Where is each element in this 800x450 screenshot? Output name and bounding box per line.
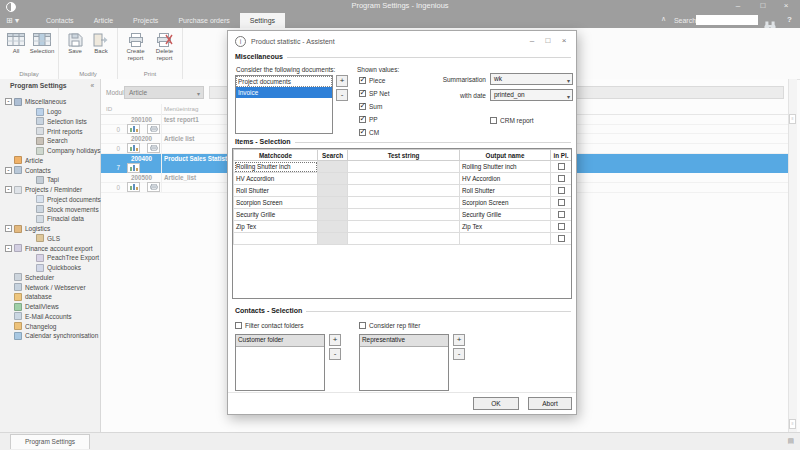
test-string-cell[interactable] — [348, 209, 460, 221]
vertical-scrollbar[interactable] — [788, 79, 797, 432]
search-cell[interactable] — [318, 197, 348, 209]
tree-expander-icon[interactable]: - — [5, 98, 12, 105]
search-cell[interactable] — [318, 221, 348, 233]
tab-projects[interactable]: Projects — [123, 13, 168, 28]
in-pl-checkbox[interactable] — [558, 175, 565, 182]
items-row[interactable]: Scorpion ScreenScorpion Screen — [234, 197, 572, 209]
tab-purchase-orders[interactable]: Purchase orders — [168, 13, 239, 28]
checkbox-sum[interactable] — [359, 103, 366, 110]
in-pl-checkbox[interactable] — [558, 223, 565, 230]
remove-representative-button[interactable]: - — [453, 348, 465, 360]
output-name-cell[interactable]: Rolling Shutter inch — [460, 161, 551, 173]
dialog-minimize-button[interactable]: – — [524, 34, 540, 48]
tree-expander-icon[interactable]: - — [5, 225, 12, 232]
sidebar-item-miscellaneous[interactable]: -Miscellaneous — [0, 97, 101, 107]
tree-expander-icon[interactable]: - — [5, 245, 12, 252]
app-menu-icon[interactable]: ⊞ ▾ — [6, 13, 19, 28]
matchcode-cell[interactable]: Zip Tex — [234, 221, 318, 233]
sidebar-item-finacial-data[interactable]: Finacial data — [0, 214, 101, 224]
output-name-cell[interactable]: Roll Shutter — [460, 185, 551, 197]
with-date-dropdown[interactable]: printed_on▾ — [490, 89, 573, 101]
create-report-button[interactable]: Create report — [121, 30, 150, 61]
search-cell[interactable] — [318, 161, 348, 173]
sidebar-item-project-documents[interactable]: Project documents — [0, 195, 101, 205]
sidebar-item-scheduler[interactable]: Scheduler — [0, 273, 101, 283]
checkbox-cm[interactable] — [359, 129, 366, 136]
matchcode-cell[interactable]: Roll Shutter — [234, 185, 318, 197]
output-name-cell[interactable]: HV Accordion — [460, 173, 551, 185]
checkbox-pp[interactable] — [359, 116, 366, 123]
summarisation-dropdown[interactable]: wk▾ — [490, 73, 573, 85]
add-folder-button[interactable]: + — [329, 334, 341, 346]
items-row[interactable] — [234, 233, 572, 245]
documents-listbox[interactable]: Project documentsInvoice — [235, 75, 333, 134]
sidebar-item-logistics[interactable]: -Logistics — [0, 224, 101, 234]
sidebar-item-contacts[interactable]: -Contacts — [0, 165, 101, 175]
items-row[interactable]: Security GrilleSecurity Grille — [234, 209, 572, 221]
test-string-cell[interactable] — [348, 197, 460, 209]
sidebar-item-stock-movements[interactable]: Stock movements — [0, 204, 101, 214]
print-icon[interactable] — [147, 124, 160, 134]
print-icon[interactable] — [147, 143, 160, 153]
checkbox-piece[interactable] — [359, 77, 366, 84]
in-pl-checkbox[interactable] — [558, 199, 565, 206]
sidebar-item-finance-account-export[interactable]: -Finance account export — [0, 243, 101, 253]
search-cell[interactable] — [318, 233, 348, 245]
sidebar-item-database[interactable]: database — [0, 292, 101, 302]
report-chart-icon[interactable] — [127, 182, 140, 192]
in-pl-checkbox[interactable] — [558, 235, 565, 242]
items-row[interactable]: Roll ShutterRoll Shutter — [234, 185, 572, 197]
scrollbar-bottom-button[interactable]: ≡ — [789, 419, 796, 429]
test-string-cell[interactable] — [348, 221, 460, 233]
search-input[interactable] — [696, 15, 758, 25]
scrollbar-splitter-button[interactable]: ≡ — [789, 114, 796, 124]
all-button[interactable]: All — [3, 30, 29, 55]
modul-dropdown[interactable]: Article▾ — [124, 86, 204, 99]
delete-report-button[interactable]: Delete report — [150, 30, 179, 61]
window-close-button[interactable]: × — [776, 0, 796, 13]
selection-button[interactable]: Selection — [29, 30, 55, 55]
document-item-invoice[interactable]: Invoice — [236, 87, 332, 98]
matchcode-cell[interactable]: Scorpion Screen — [234, 197, 318, 209]
sidebar-item-search[interactable]: Search — [0, 136, 101, 146]
in-pl-checkbox[interactable] — [558, 211, 565, 218]
back-button[interactable]: Back — [88, 30, 114, 55]
sidebar-item-projects-reminder[interactable]: -Projects / Reminder — [0, 185, 101, 195]
items-row[interactable]: Zip TexZip Tex — [234, 221, 572, 233]
report-chart-icon[interactable] — [127, 143, 140, 153]
sidebar-item-tapi[interactable]: Tapi — [0, 175, 101, 185]
output-name-cell[interactable] — [460, 233, 551, 245]
output-name-cell[interactable]: Security Grille — [460, 209, 551, 221]
matchcode-cell[interactable] — [234, 233, 318, 245]
window-minimize-button[interactable]: – — [728, 0, 748, 13]
sidebar-item-company-holidays[interactable]: Company holidays — [0, 146, 101, 156]
report-chart-icon[interactable] — [127, 163, 140, 173]
ok-button[interactable]: OK — [473, 397, 519, 410]
dialog-maximize-button[interactable]: □ — [540, 34, 556, 48]
save-button[interactable]: Save — [62, 30, 88, 55]
window-maximize-button[interactable]: □ — [753, 0, 773, 13]
search-cell[interactable] — [318, 173, 348, 185]
add-document-button[interactable]: + — [336, 75, 348, 87]
test-string-cell[interactable] — [348, 185, 460, 197]
sidebar-item-quickbooks[interactable]: Quickbooks — [0, 263, 101, 273]
remove-folder-button[interactable]: - — [329, 348, 341, 360]
sidebar-item-logo[interactable]: Logo — [0, 107, 101, 117]
search-cell[interactable] — [318, 185, 348, 197]
report-chart-icon[interactable] — [127, 124, 140, 134]
test-string-cell[interactable] — [348, 233, 460, 245]
document-item-project-documents[interactable]: Project documents — [236, 76, 332, 87]
sidebar-item-e-mail-accounts[interactable]: E-Mail Accounts — [0, 312, 101, 322]
open-document-tab[interactable]: Program Settings — [10, 434, 90, 449]
tree-expander-icon[interactable]: - — [5, 167, 12, 174]
collapse-ribbon-icon[interactable]: ∧ — [661, 15, 666, 23]
sidebar-item-detailviews[interactable]: DetailViews — [0, 302, 101, 312]
tree-expander-icon[interactable]: - — [5, 186, 12, 193]
search-cell[interactable] — [318, 209, 348, 221]
consider-rep-filter-checkbox[interactable] — [359, 322, 366, 329]
matchcode-cell[interactable]: HV Accordion — [234, 173, 318, 185]
items-row[interactable]: Rolling Shutter inchRolling Shutter inch — [234, 161, 572, 173]
output-name-cell[interactable]: Scorpion Screen — [460, 197, 551, 209]
abort-button[interactable]: Abort — [528, 397, 572, 410]
test-string-cell[interactable] — [348, 161, 460, 173]
